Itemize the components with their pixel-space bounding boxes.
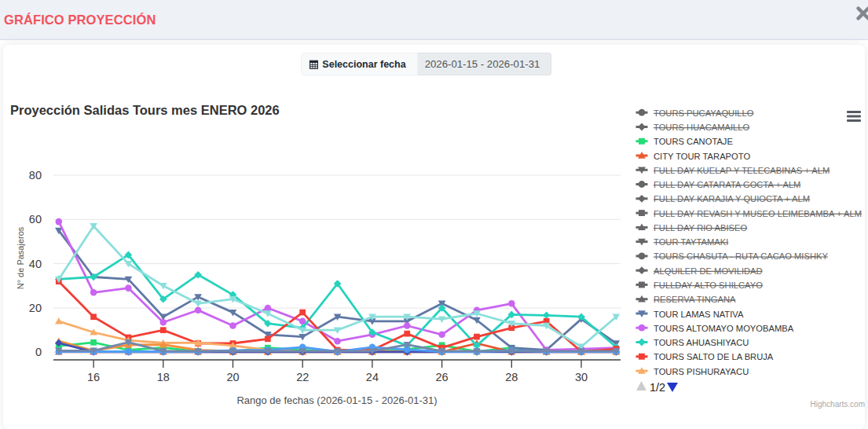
svg-text:24: 24: [366, 371, 379, 383]
svg-text:TOUR LAMAS NATIVA: TOUR LAMAS NATIVA: [654, 310, 744, 319]
svg-text:FULL DAY RIO ABISEO: FULL DAY RIO ABISEO: [654, 223, 747, 233]
svg-text:TOURS AHUASHIYACU: TOURS AHUASHIYACU: [654, 338, 749, 347]
svg-text:40: 40: [29, 258, 42, 270]
svg-text:RESERVA TINGANA: RESERVA TINGANA: [654, 295, 736, 304]
svg-text:CITY TOUR TARAPOTO: CITY TOUR TARAPOTO: [654, 152, 750, 161]
svg-text:28: 28: [505, 371, 518, 383]
svg-text:N° de Pasajeros: N° de Pasajeros: [16, 226, 25, 289]
svg-text:TOURS ALTOMAYO MOYOBAMBA: TOURS ALTOMAYO MOYOBAMBA: [654, 324, 794, 333]
svg-text:16: 16: [87, 371, 100, 383]
svg-text:Rango de fechas (2026-01-15 -: Rango de fechas (2026-01-15 - 2026-01-31…: [236, 394, 437, 406]
svg-text:26: 26: [436, 371, 449, 383]
svg-text:80: 80: [29, 169, 42, 182]
svg-text:Proyección Salidas Tours mes E: Proyección Salidas Tours mes ENERO 2026: [10, 103, 280, 117]
svg-text:FULLDAY ALTO SHILCAYO: FULLDAY ALTO SHILCAYO: [654, 280, 763, 290]
svg-text:30: 30: [575, 371, 588, 383]
svg-text:20: 20: [226, 371, 239, 383]
svg-text:ALQUILER DE MOVILIDAD: ALQUILER DE MOVILIDAD: [654, 266, 763, 276]
svg-text:TOURS PISHURAYACU: TOURS PISHURAYACU: [654, 367, 749, 376]
svg-text:FULL DAY KUELAP Y TELECABINAS: FULL DAY KUELAP Y TELECABINAS + ALM: [654, 166, 830, 175]
svg-text:TOUR TAYTAMAKI: TOUR TAYTAMAKI: [654, 237, 728, 247]
svg-text:FULL DAY REVASH Y MUSEO LEIMEB: FULL DAY REVASH Y MUSEO LEIMEBAMBA + ALM: [654, 209, 862, 218]
svg-text:TOURS CHASUTA - RUTA CACAO MIS: TOURS CHASUTA - RUTA CACAO MISHKY: [654, 251, 828, 261]
svg-text:FULL DAY KARAJIA Y QUIOCTA + A: FULL DAY KARAJIA Y QUIOCTA + ALM: [654, 194, 810, 204]
svg-text:60: 60: [29, 213, 42, 226]
svg-text:Highcharts.com: Highcharts.com: [811, 400, 865, 409]
svg-text:22: 22: [296, 371, 309, 383]
svg-text:18: 18: [157, 371, 170, 383]
svg-text:0: 0: [35, 346, 42, 358]
svg-text:TOURS CANOTAJE: TOURS CANOTAJE: [654, 137, 733, 146]
svg-text:1/2: 1/2: [650, 381, 665, 394]
svg-text:TOURS PUCAYAQUILLO: TOURS PUCAYAQUILLO: [654, 108, 754, 118]
svg-text:TOURS SALTO DE LA BRUJA: TOURS SALTO DE LA BRUJA: [654, 352, 774, 361]
svg-text:FULL DAY CATARATA GOCTA + ALM: FULL DAY CATARATA GOCTA + ALM: [654, 180, 800, 189]
svg-text:TOURS HUACAMAILLO: TOURS HUACAMAILLO: [654, 123, 750, 132]
svg-text:20: 20: [29, 302, 42, 314]
